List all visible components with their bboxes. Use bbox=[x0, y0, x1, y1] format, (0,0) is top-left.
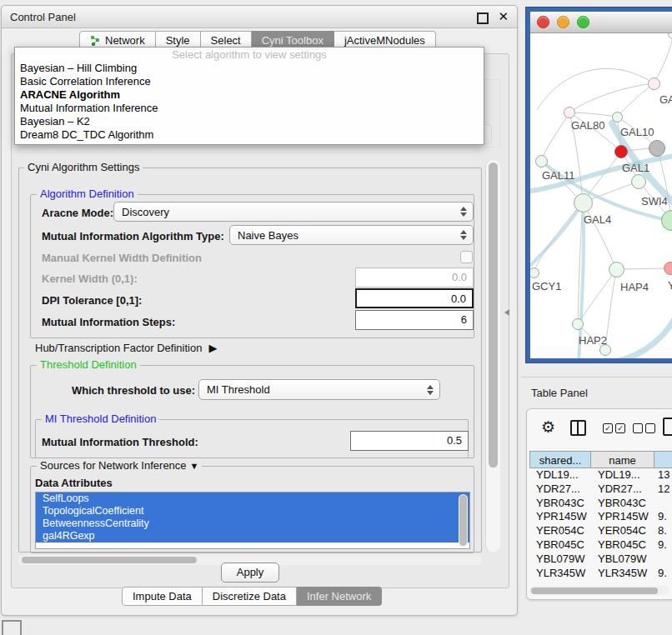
mi-steps-field[interactable]: 6 bbox=[355, 310, 474, 330]
table-row[interactable]: YIL052CYIL052C9 bbox=[529, 580, 672, 581]
algorithm-option[interactable]: Dream8 DC_TDC Algorithm bbox=[15, 128, 484, 142]
algorithm-option[interactable]: Bayesian – Hill Climbing bbox=[15, 62, 484, 75]
network-node[interactable] bbox=[649, 140, 665, 157]
data-attributes-list[interactable]: SelfLoopsTopologicalCoefficientBetweenne… bbox=[35, 492, 470, 549]
minimize-traffic-light-icon[interactable] bbox=[557, 16, 569, 28]
table-cell: 13 bbox=[654, 468, 672, 482]
dpi-tolerance-field[interactable]: 0.0 bbox=[355, 288, 474, 308]
table-cell: YER054C bbox=[529, 524, 591, 538]
node-label: GAL4 bbox=[584, 213, 611, 226]
table-cell: 8. bbox=[654, 524, 672, 538]
table-row[interactable]: YDL19...YDL19...13 bbox=[529, 468, 672, 482]
network-node-gal[interactable] bbox=[648, 78, 660, 90]
mi-threshold-field[interactable]: 0.5 bbox=[350, 431, 469, 451]
table-cell: YBR043C bbox=[591, 497, 654, 511]
node-label: GAL1 bbox=[622, 162, 649, 174]
table-panel: ⚙ ✓✓ shared...nameA YDL19...YDL19...13YD… bbox=[526, 408, 672, 600]
table-row[interactable]: YBL079WYBL079W bbox=[529, 552, 672, 567]
gear-icon[interactable]: ⚙ bbox=[541, 419, 555, 435]
table-row[interactable]: YER054CYER054C8. bbox=[529, 524, 672, 538]
algorithm-items: Bayesian – Hill ClimbingBasic Correlatio… bbox=[15, 62, 484, 142]
close-traffic-light-icon[interactable] bbox=[537, 16, 549, 28]
network-node-y[interactable] bbox=[664, 262, 672, 275]
network-node-gcy1[interactable] bbox=[530, 268, 539, 278]
attribute-list-item[interactable]: SelfLoops bbox=[36, 492, 469, 505]
network-node-swi4[interactable] bbox=[631, 174, 646, 189]
network-canvas[interactable]: GALGAL80GAL10GAL1GAL11SWI4GAL4GCY1HAP4YH… bbox=[530, 33, 672, 358]
algorithm-option[interactable]: Bayesian – K2 bbox=[15, 115, 484, 128]
column-header-a[interactable]: A bbox=[654, 451, 672, 468]
mi-threshold-definition-title: MI Threshold Definition bbox=[42, 413, 159, 424]
manual-kernel-width-checkbox[interactable] bbox=[460, 251, 473, 263]
table-cell bbox=[654, 497, 672, 511]
network-node-hap2[interactable] bbox=[572, 318, 584, 330]
vertical-scrollbar[interactable] bbox=[485, 160, 500, 552]
bottom-tabs: Impute DataDiscretize DataInfer Network bbox=[122, 587, 382, 606]
column-header-shared[interactable]: shared... bbox=[529, 451, 591, 468]
table-cell: YIL052C bbox=[529, 580, 591, 581]
table-row[interactable]: YDR27...YDR27...12 bbox=[529, 482, 672, 497]
network-node[interactable] bbox=[599, 344, 611, 356]
network-node-gal11[interactable] bbox=[535, 155, 548, 168]
panel-splitter-handle[interactable] bbox=[504, 309, 509, 316]
network-node-gal80[interactable] bbox=[564, 107, 575, 118]
split-columns-icon[interactable] bbox=[570, 420, 586, 436]
node-table: shared...nameA YDL19...YDL19...13YDR27..… bbox=[529, 451, 672, 468]
network-node-gal1[interactable] bbox=[614, 145, 628, 158]
sources-group-title[interactable]: Sources for Network Inference▼ bbox=[37, 460, 202, 472]
list-scrollbar[interactable] bbox=[459, 494, 468, 547]
table-row[interactable]: YLR345WYLR345W9. bbox=[529, 567, 672, 581]
table-cell: YER054C bbox=[591, 524, 654, 538]
list-scrollbar-thumb[interactable] bbox=[459, 495, 467, 546]
algorithm-option[interactable]: ARACNE Algorithm bbox=[15, 88, 484, 102]
table-cell: YBR045C bbox=[591, 538, 654, 552]
bottom-tab-infer-network[interactable]: Infer Network bbox=[297, 587, 382, 606]
minimized-panel-icon[interactable] bbox=[2, 620, 22, 635]
column-header-name[interactable]: name bbox=[591, 451, 654, 468]
expander-right-icon: ▶ bbox=[208, 342, 217, 354]
float-window-icon[interactable] bbox=[477, 12, 489, 24]
zoom-traffic-light-icon[interactable] bbox=[577, 16, 589, 28]
bottom-tab-impute-data[interactable]: Impute Data bbox=[122, 587, 203, 606]
table-horizontal-scrollbar-thumb[interactable] bbox=[531, 588, 658, 594]
network-node-gal10[interactable] bbox=[612, 112, 623, 122]
table-cell: YBL079W bbox=[591, 552, 654, 567]
stepper-arrows-icon bbox=[459, 230, 467, 240]
checked-pair-icon[interactable]: ✓✓ bbox=[603, 423, 625, 433]
network-window-titlebar[interactable] bbox=[530, 12, 672, 33]
aracne-mode-combobox[interactable]: Discovery bbox=[113, 202, 474, 222]
horizontal-scrollbar-thumb[interactable] bbox=[22, 557, 197, 563]
table-cell: YPR145W bbox=[529, 510, 591, 524]
attribute-list-item[interactable]: gal4RGexp bbox=[36, 530, 469, 542]
algorithm-placeholder: Select algorithm to view settings bbox=[15, 48, 484, 62]
stepper-arrows-icon bbox=[459, 207, 467, 217]
mi-algorithm-type-combobox[interactable]: Naive Bayes bbox=[229, 225, 474, 245]
kernel-width-field[interactable]: 0.0 bbox=[355, 268, 474, 288]
attribute-list-item[interactable]: BetweennessCentrality bbox=[36, 518, 469, 530]
algorithm-option[interactable]: Basic Correlation Inference bbox=[15, 75, 484, 88]
table-horizontal-scrollbar[interactable] bbox=[529, 586, 669, 595]
close-icon[interactable]: ✕ bbox=[498, 9, 509, 24]
apply-button[interactable]: Apply bbox=[221, 562, 279, 582]
table-row[interactable]: YBR045CYBR045C9. bbox=[529, 538, 672, 552]
network-node-gal4[interactable] bbox=[574, 193, 593, 212]
which-threshold-label: Which threshold to use: bbox=[72, 384, 195, 397]
node-label: GCY1 bbox=[532, 280, 561, 292]
attribute-list-item[interactable]: TopologicalCoefficient bbox=[36, 505, 469, 518]
table-cell: 9. bbox=[654, 567, 672, 581]
vertical-scrollbar-thumb[interactable] bbox=[489, 162, 498, 468]
bottom-tab-discretize-data[interactable]: Discretize Data bbox=[203, 587, 297, 606]
network-node-hap4[interactable] bbox=[609, 262, 624, 278]
table-cell: YIL052C bbox=[591, 580, 654, 581]
table-row[interactable]: YBR043CYBR043C bbox=[529, 497, 672, 511]
table-panel-header-bar: Table Panel bbox=[521, 377, 672, 408]
hub-definition-expander[interactable]: Hub/Transcription Factor Definition▶ bbox=[35, 342, 217, 354]
document-icon[interactable] bbox=[663, 418, 672, 436]
table-cell: 9. bbox=[654, 538, 672, 552]
unchecked-pair-icon[interactable] bbox=[633, 423, 655, 433]
table-row[interactable]: YPR145WYPR145W9. bbox=[529, 510, 672, 524]
node-label: Y bbox=[668, 279, 672, 292]
table-cell: YDL19... bbox=[529, 468, 591, 482]
algorithm-option[interactable]: Mutual Information Inference bbox=[15, 102, 484, 115]
which-threshold-combobox[interactable]: MI Threshold bbox=[198, 379, 440, 400]
